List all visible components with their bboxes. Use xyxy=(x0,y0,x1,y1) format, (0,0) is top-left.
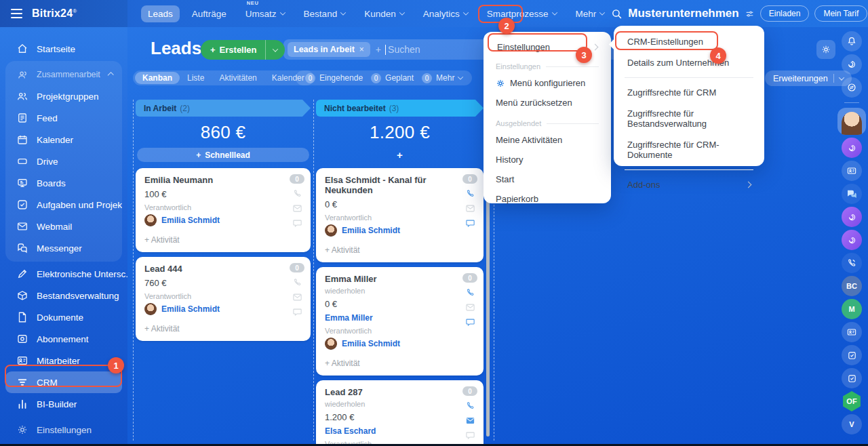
nav-auftraege[interactable]: Aufträge xyxy=(185,5,233,22)
chevron-up-icon[interactable] xyxy=(107,71,113,77)
sidebar-item-startseite[interactable]: Startseite xyxy=(0,38,127,60)
tab-kanban[interactable]: Kanban xyxy=(135,72,180,84)
menu-item-zugriffsrechte-bestandsverwaltung[interactable]: Zugriffsrechte für Bestandsverwaltung xyxy=(614,103,764,134)
menu-item-menue-konfigurieren[interactable]: Menü konfigurieren xyxy=(484,73,611,93)
column-header[interactable]: Nicht bearbeitet(3) xyxy=(316,100,484,117)
chat-item-of[interactable]: OF xyxy=(842,391,862,411)
menu-item-zugriffsrechte-crm-dokumente[interactable]: Zugriffsrechte für CRM-Dokumente xyxy=(614,134,764,165)
create-dropdown-button[interactable] xyxy=(265,40,285,60)
tasks-chat-item[interactable] xyxy=(842,345,862,365)
invite-button[interactable]: Einladen xyxy=(760,5,810,22)
chat-bubbles-item[interactable] xyxy=(842,184,862,204)
menu-item-menue-zuruecksetzen[interactable]: Menü zurücksetzen xyxy=(484,93,611,113)
add-activity-link[interactable]: + Aktivität xyxy=(325,359,456,368)
add-activity-link[interactable]: + Aktivität xyxy=(144,235,283,245)
menu-item-start[interactable]: Start xyxy=(484,169,611,189)
counter-geplant[interactable]: 0Geplant xyxy=(368,73,416,83)
chat-icon[interactable] xyxy=(465,430,475,441)
nav-kunden[interactable]: Kunden xyxy=(357,5,411,22)
nav-analytics[interactable]: Analytics xyxy=(416,5,475,22)
copilot-chat-item[interactable] xyxy=(842,230,862,250)
sidebar-item-einstellungen[interactable]: Einstellungen xyxy=(0,419,127,441)
lead-card[interactable]: Lead 287 wiederholen 1.200 € Elsa Eschar… xyxy=(316,380,484,446)
sidebar-item-dokumente[interactable]: Dokumente xyxy=(0,306,127,328)
my-plan-button[interactable]: Mein Tarif xyxy=(814,5,867,22)
menu-item-details-zum-unternehmen[interactable]: Details zum Unternehmen xyxy=(614,52,764,73)
lead-card[interactable]: Emilia Neumann 100 € Verantwortlich Emil… xyxy=(136,168,311,252)
sidebar-item-projektgruppen[interactable]: Projektgruppen xyxy=(5,85,122,107)
add-activity-link[interactable]: + Aktivität xyxy=(325,245,456,255)
menu-item-papierkorb[interactable]: Papierkorb xyxy=(484,189,611,209)
sidebar-item-esignatur[interactable]: Elektronische Untersc... xyxy=(0,263,127,285)
nav-mehr[interactable]: Mehr xyxy=(569,5,612,22)
tasks-chat-item[interactable] xyxy=(842,368,862,388)
board-settings-button[interactable] xyxy=(816,40,835,59)
close-icon[interactable]: × xyxy=(359,45,364,54)
menu-item-add-ons[interactable]: Add-ons xyxy=(614,174,764,195)
notifications-button[interactable] xyxy=(842,31,862,52)
sidebar-item-aufgaben[interactable]: Aufgaben und Projek... xyxy=(5,194,122,216)
company-name[interactable]: Musterunternehmen xyxy=(628,7,754,20)
quick-lead-button[interactable]: + Schnelllead xyxy=(137,148,309,162)
column-header[interactable]: In Arbeit(2) xyxy=(136,100,311,117)
create-button[interactable]: +Erstellen xyxy=(201,40,285,60)
chat-icon[interactable] xyxy=(292,218,302,228)
sliders-icon[interactable] xyxy=(745,9,755,18)
copilot-chat-item[interactable] xyxy=(842,207,862,227)
phone-icon[interactable] xyxy=(465,401,475,411)
phone-icon[interactable] xyxy=(465,287,475,298)
chat-item-bc[interactable]: BC xyxy=(842,276,862,296)
nav-bestand[interactable]: Bestand xyxy=(297,5,353,22)
nav-umsatz[interactable]: NEUUmsatz xyxy=(239,5,292,22)
mail-icon[interactable] xyxy=(465,203,475,214)
sidebar-item-abonnement[interactable]: Abonnement xyxy=(0,328,127,350)
responsible-link[interactable]: Emilia Schmidt xyxy=(161,304,220,314)
menu-item-crm-einstellungen[interactable]: CRM-Einstellungen xyxy=(614,31,764,52)
mail-icon[interactable] xyxy=(292,292,302,302)
sidebar-item-drive[interactable]: Drive xyxy=(5,150,122,172)
contact-link[interactable]: Elsa Eschard xyxy=(325,426,456,436)
hamburger-menu-icon[interactable] xyxy=(11,9,22,18)
contact-link[interactable]: Emma Miller xyxy=(325,313,456,323)
chat-icon[interactable] xyxy=(465,218,475,228)
phone-icon[interactable] xyxy=(292,277,302,287)
mail-icon[interactable] xyxy=(465,415,475,426)
nav-smartprozesse[interactable]: Smartprozesse xyxy=(480,5,564,22)
sidebar-item-boards[interactable]: Boards xyxy=(5,172,122,194)
quick-add-button[interactable]: + xyxy=(317,148,482,162)
sidebar-item-bestandsverwaltung[interactable]: Bestandsverwaltung xyxy=(0,285,127,306)
phone-icon[interactable] xyxy=(292,188,302,199)
sidebar-item-bi-builder[interactable]: BI-Builder xyxy=(0,393,127,415)
sidebar-item-crm[interactable]: CRM xyxy=(5,371,122,393)
lead-card[interactable]: Elsa Schmidt - Kanal für Neukunden 0 € V… xyxy=(316,168,484,262)
lead-card[interactable]: Lead 444 760 € Verantwortlich Emilia Sch… xyxy=(136,257,311,341)
copilot-icon[interactable] xyxy=(842,54,862,75)
sidebar-item-zusammenarbeit[interactable]: Zusammenarbeit xyxy=(5,64,122,85)
lead-card[interactable]: Emma Miller wiederholen 0 € Emma Miller … xyxy=(316,267,484,376)
sidebar-item-kalender[interactable]: Kalender xyxy=(5,129,122,150)
responsible-link[interactable]: Emilia Schmidt xyxy=(342,226,400,235)
menu-item-zugriffsrechte-crm[interactable]: Zugriffsrechte für CRM xyxy=(614,82,764,103)
copilot-chat-item[interactable] xyxy=(842,138,862,158)
tab-liste[interactable]: Liste xyxy=(180,72,212,84)
bitrix24-logo[interactable]: Bitrix24® xyxy=(32,7,77,20)
add-activity-link[interactable]: + Aktivität xyxy=(144,324,283,333)
profile-avatar[interactable] xyxy=(837,108,866,135)
search-icon[interactable] xyxy=(611,8,623,20)
contact-card-chat-item[interactable] xyxy=(842,322,862,342)
phone-icon[interactable] xyxy=(465,188,475,199)
chat-item-m[interactable]: M xyxy=(842,299,862,319)
menu-item-history[interactable]: History xyxy=(484,150,611,169)
responsible-link[interactable]: Emilia Schmidt xyxy=(342,339,400,348)
menu-item-meine-aktivitaeten[interactable]: Meine Aktivitäten xyxy=(484,130,611,150)
chat-icon[interactable] xyxy=(292,307,302,317)
sidebar-item-messenger[interactable]: Messenger xyxy=(5,237,122,259)
counter-mehr[interactable]: 0Mehr xyxy=(419,73,465,83)
mail-icon[interactable] xyxy=(465,302,475,312)
responsible-link[interactable]: Emilia Schmidt xyxy=(161,216,220,225)
search-input[interactable]: + Suchen xyxy=(376,44,420,55)
contact-card-chat-item[interactable] xyxy=(842,161,862,181)
tab-aktivitaeten[interactable]: Aktivitäten xyxy=(212,72,264,84)
mail-icon[interactable] xyxy=(292,203,302,214)
counter-eingehende[interactable]: 0Eingehende xyxy=(302,73,366,83)
